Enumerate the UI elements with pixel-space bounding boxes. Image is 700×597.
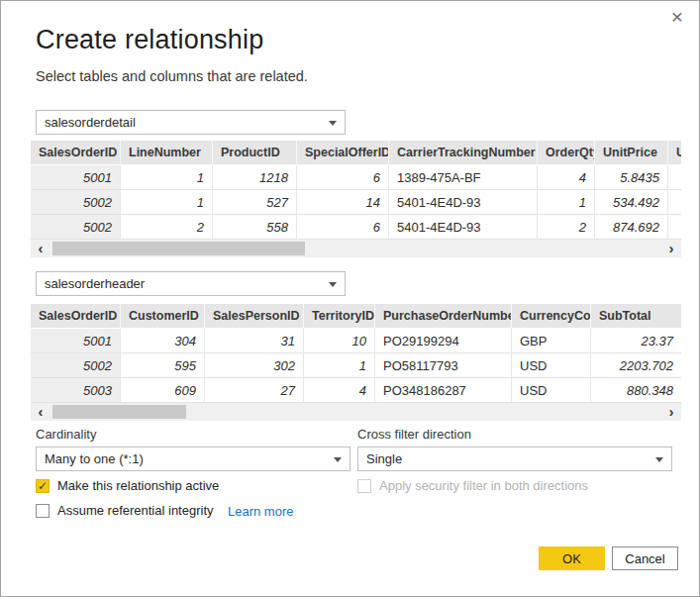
scrollbar-thumb[interactable]	[52, 405, 186, 419]
table-cell[interactable]: 27	[205, 378, 304, 403]
table-cell[interactable]: 609	[121, 378, 205, 403]
table-cell[interactable]: 1389-475A-BF	[389, 165, 538, 190]
column-header-salesorderid[interactable]: SalesOrderID	[31, 304, 121, 329]
table-cell[interactable]: 1	[538, 190, 595, 215]
table-cell[interactable]: PO348186287	[375, 378, 512, 403]
table-cell[interactable]: 1	[121, 190, 213, 215]
table-row: 5003609274PO348186287USD880.348	[31, 378, 681, 403]
chevron-down-icon	[334, 457, 342, 462]
table-row: 5002255865401-4E4D-932874.692	[31, 215, 681, 240]
table-cell[interactable]: GBP	[512, 329, 591, 353]
chevron-down-icon	[329, 282, 337, 287]
table-cell[interactable]: 880.348	[591, 378, 681, 403]
table-row: 50011121861389-475A-BF45.8435	[31, 165, 681, 190]
column-header-salespersonid[interactable]: SalesPersonID	[205, 304, 304, 329]
table-cell[interactable]: 595	[121, 353, 205, 378]
table-cell[interactable]: 10	[304, 329, 375, 353]
scroll-right-icon[interactable]: ›	[661, 240, 681, 257]
table-cell[interactable]	[668, 215, 681, 240]
table-cell[interactable]: 5002	[31, 353, 121, 378]
table-cell[interactable]: 4	[538, 165, 595, 190]
table-row: 50025953021PO58117793USD2203.702	[31, 353, 681, 378]
make-relationship-active-label: Make this relationship active	[57, 478, 219, 493]
dialog-subtitle: Select tables and columns that are relat…	[36, 68, 308, 84]
cardinality-label: Cardinality	[36, 427, 96, 442]
table-cell[interactable]: 5002	[31, 215, 121, 240]
assume-referential-integrity-label: Assume referential integrity	[57, 503, 214, 518]
table-cell[interactable]: PO58117793	[375, 353, 512, 378]
table-cell[interactable]: PO29199294	[375, 329, 512, 353]
scroll-left-icon[interactable]: ‹	[31, 403, 50, 421]
table-cell[interactable]: 5001	[31, 329, 121, 353]
table2-select-value: salesorderheader	[45, 276, 145, 291]
column-header-carriertrackingnumber[interactable]: CarrierTrackingNumber	[389, 141, 538, 165]
table-cell[interactable]: 2203.702	[591, 353, 681, 378]
table-cell[interactable]: 2	[538, 215, 595, 240]
horizontal-scrollbar[interactable]: ‹›	[31, 403, 681, 421]
table-cell[interactable]: 5.8435	[595, 165, 668, 190]
table-cell[interactable]: 4	[304, 378, 375, 403]
apply-security-filter-checkbox: ✓	[357, 479, 371, 493]
column-header-productid[interactable]: ProductID	[213, 141, 297, 165]
learn-more-link[interactable]: Learn more	[228, 504, 293, 519]
apply-security-filter-label: Apply security filter in both directions	[379, 478, 588, 493]
table2-preview: SalesOrderIDCustomerIDSalesPersonIDTerri…	[31, 304, 681, 421]
cancel-button[interactable]: Cancel	[612, 547, 678, 570]
table-cell[interactable]: 23.37	[591, 329, 681, 353]
table-cell[interactable]: 5401-4E4D-93	[389, 215, 538, 240]
cardinality-value: Many to one (*:1)	[45, 451, 144, 466]
column-header-orderqty[interactable]: OrderQty	[538, 141, 595, 165]
scroll-left-icon[interactable]: ‹	[31, 240, 50, 257]
table-cell[interactable]: 2	[121, 215, 213, 240]
table1-select-value: salesorderdetail	[45, 115, 136, 130]
table-cell[interactable]	[668, 165, 681, 190]
table-cell[interactable]: 14	[297, 190, 389, 215]
cross-filter-select[interactable]: Single	[357, 447, 672, 471]
table-cell[interactable]: USD	[512, 378, 591, 403]
table-cell[interactable]: 1	[121, 165, 213, 190]
assume-referential-integrity-checkbox[interactable]: ✓	[36, 504, 50, 518]
table-cell[interactable]: 527	[213, 190, 297, 215]
table-cell[interactable]: 304	[121, 329, 205, 353]
table-row: 50013043110PO29199294GBP23.37	[31, 329, 681, 353]
column-header-currencycode[interactable]: CurrencyCode	[512, 304, 591, 329]
horizontal-scrollbar[interactable]: ‹›	[31, 240, 681, 257]
table-cell[interactable]: 302	[205, 353, 304, 378]
table-cell[interactable]: 6	[297, 165, 389, 190]
dialog-title: Create relationship	[36, 25, 263, 55]
column-header-purchaseordernumber[interactable]: PurchaseOrderNumber	[375, 304, 512, 329]
scrollbar-thumb[interactable]	[52, 242, 305, 255]
column-header-specialofferid[interactable]: SpecialOfferID	[297, 141, 389, 165]
column-header-linenumber[interactable]: LineNumber	[121, 141, 213, 165]
ok-button[interactable]: OK	[539, 547, 605, 570]
column-header-u[interactable]: U	[668, 141, 681, 165]
column-header-subtotal[interactable]: SubTotal	[591, 304, 681, 329]
table-cell[interactable]: 31	[205, 329, 304, 353]
column-header-customerid[interactable]: CustomerID	[121, 304, 205, 329]
table-cell[interactable]: 5001	[31, 165, 121, 190]
column-header-salesorderid[interactable]: SalesOrderID	[31, 141, 121, 165]
table-cell[interactable]: 558	[213, 215, 297, 240]
cardinality-select[interactable]: Many to one (*:1)	[36, 447, 350, 471]
table-cell[interactable]: 5003	[31, 378, 121, 403]
table-cell[interactable]: USD	[512, 353, 591, 378]
check-icon: ✓	[38, 480, 48, 492]
table-cell[interactable]: 5401-4E4D-93	[389, 190, 538, 215]
cross-filter-label: Cross filter direction	[357, 427, 471, 442]
table-cell[interactable]: 534.492	[595, 190, 668, 215]
table1-select[interactable]: salesorderdetail	[36, 110, 346, 135]
table-cell[interactable]	[668, 190, 681, 215]
cross-filter-value: Single	[366, 451, 402, 466]
make-relationship-active-checkbox[interactable]: ✓	[36, 479, 50, 493]
close-icon[interactable]: ×	[665, 5, 689, 29]
table-cell[interactable]: 6	[297, 215, 389, 240]
column-header-territoryid[interactable]: TerritoryID	[304, 304, 375, 329]
table-cell[interactable]: 874.692	[595, 215, 668, 240]
scroll-right-icon[interactable]: ›	[661, 403, 681, 421]
table-cell[interactable]: 1218	[213, 165, 297, 190]
table-row: 50021527145401-4E4D-931534.492	[31, 190, 681, 215]
table-cell[interactable]: 1	[304, 353, 375, 378]
table2-select[interactable]: salesorderheader	[36, 271, 346, 296]
table-cell[interactable]: 5002	[31, 190, 121, 215]
column-header-unitprice[interactable]: UnitPrice	[595, 141, 668, 165]
